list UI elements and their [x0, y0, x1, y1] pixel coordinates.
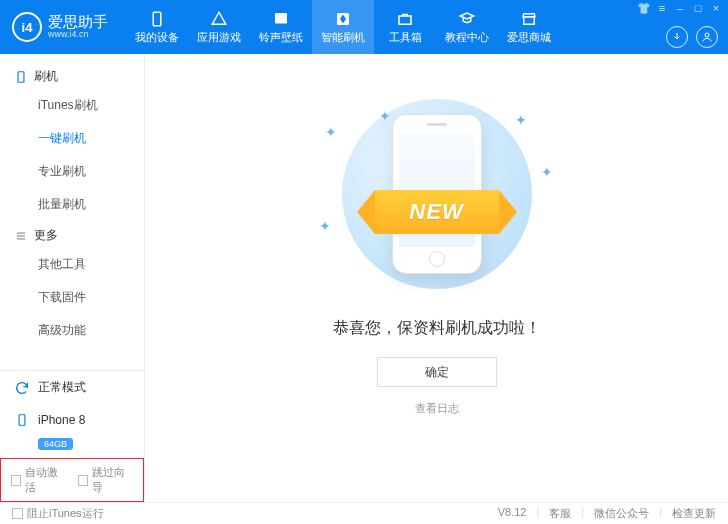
app-name: 爱思助手 — [48, 14, 108, 29]
nav-apps[interactable]: 应用游戏 — [188, 0, 250, 54]
sidebar-item-itunes-flash[interactable]: iTunes刷机 — [0, 89, 144, 122]
device-icon — [148, 10, 166, 28]
sidebar-section-flash: 刷机 — [0, 62, 144, 89]
user-icon — [701, 31, 713, 43]
checkbox-icon — [78, 475, 88, 486]
flash-icon — [334, 10, 352, 28]
download-button[interactable] — [666, 26, 688, 48]
auto-activate-checkbox[interactable]: 自动激活 — [11, 465, 66, 495]
refresh-icon — [14, 380, 30, 396]
toolbox-icon — [396, 10, 414, 28]
nav-tutorial[interactable]: 教程中心 — [436, 0, 498, 54]
sidebar-item-download-firmware[interactable]: 下载固件 — [0, 281, 144, 314]
svg-rect-0 — [153, 12, 161, 26]
checkbox-icon — [12, 508, 23, 519]
download-icon — [671, 31, 683, 43]
nav-ringtone[interactable]: 铃声壁纸 — [250, 0, 312, 54]
menu-icon[interactable]: ≡ — [656, 2, 668, 14]
sidebar-item-pro-flash[interactable]: 专业刷机 — [0, 155, 144, 188]
nav-store[interactable]: 爱思商城 — [498, 0, 560, 54]
version-label: V8.12 — [498, 506, 527, 521]
close-icon[interactable]: × — [710, 2, 722, 14]
sparkle-icon: ✦ — [325, 124, 337, 140]
sidebar-item-other-tools[interactable]: 其他工具 — [0, 248, 144, 281]
skin-icon[interactable]: 👕 — [638, 2, 650, 14]
app-header: i4 爱思助手 www.i4.cn 我的设备 应用游戏 铃声壁纸 智能刷机 工具… — [0, 0, 728, 54]
svg-rect-1 — [275, 13, 287, 24]
svg-point-5 — [705, 33, 709, 37]
sidebar-section-more: 更多 — [0, 221, 144, 248]
footer-link-wechat[interactable]: 微信公众号 — [594, 506, 649, 521]
checkbox-icon — [11, 475, 21, 486]
sparkle-icon: ✦ — [541, 164, 553, 180]
apps-icon — [210, 10, 228, 28]
success-illustration: ✦ ✦ ✦ ✦ ✦ NEW — [307, 94, 567, 294]
ok-button[interactable]: 确定 — [377, 357, 497, 387]
new-ribbon: NEW — [357, 190, 517, 234]
main-content: ✦ ✦ ✦ ✦ ✦ NEW 恭喜您，保资料刷机成功啦！ 确定 查看日志 — [145, 54, 728, 502]
svg-rect-10 — [19, 415, 25, 426]
main-nav: 我的设备 应用游戏 铃声壁纸 智能刷机 工具箱 教程中心 爱思商城 — [126, 0, 560, 54]
logo-icon: i4 — [12, 12, 42, 42]
svg-rect-4 — [524, 16, 535, 24]
maximize-icon[interactable]: □ — [692, 2, 704, 14]
sidebar-item-batch-flash[interactable]: 批量刷机 — [0, 188, 144, 221]
minimize-icon[interactable]: – — [674, 2, 686, 14]
sidebar-item-advanced[interactable]: 高级功能 — [0, 314, 144, 347]
sparkle-icon: ✦ — [379, 108, 391, 124]
device-mode[interactable]: 正常模式 — [0, 371, 144, 404]
sidebar-item-oneclick-flash[interactable]: 一键刷机 — [0, 122, 144, 155]
nav-my-device[interactable]: 我的设备 — [126, 0, 188, 54]
status-bar: 阻止iTunes运行 V8.12 | 客服 | 微信公众号 | 检查更新 — [0, 502, 728, 524]
block-itunes-checkbox[interactable]: 阻止iTunes运行 — [12, 506, 104, 521]
nav-toolbox[interactable]: 工具箱 — [374, 0, 436, 54]
phone-small-icon — [14, 412, 30, 428]
footer-link-support[interactable]: 客服 — [549, 506, 571, 521]
sparkle-icon: ✦ — [515, 112, 527, 128]
flash-options: 自动激活 跳过向导 — [0, 458, 144, 502]
nav-flash[interactable]: 智能刷机 — [312, 0, 374, 54]
device-name: iPhone 8 — [38, 413, 85, 427]
sparkle-icon: ✦ — [319, 218, 331, 234]
app-url: www.i4.cn — [48, 29, 108, 40]
view-log-link[interactable]: 查看日志 — [415, 401, 459, 416]
skip-guide-checkbox[interactable]: 跳过向导 — [78, 465, 133, 495]
tutorial-icon — [458, 10, 476, 28]
sidebar: 刷机 iTunes刷机 一键刷机 专业刷机 批量刷机 更多 其他工具 下载固件 … — [0, 54, 145, 502]
phone-icon — [14, 70, 28, 84]
svg-rect-3 — [399, 16, 411, 24]
window-controls: 👕 ≡ – □ × — [638, 2, 722, 14]
user-button[interactable] — [696, 26, 718, 48]
list-icon — [14, 229, 28, 243]
app-logo: i4 爱思助手 www.i4.cn — [12, 12, 108, 42]
store-icon — [520, 10, 538, 28]
ringtone-icon — [272, 10, 290, 28]
svg-rect-6 — [18, 71, 24, 82]
connected-device[interactable]: iPhone 8 — [0, 404, 144, 436]
footer-link-update[interactable]: 检查更新 — [672, 506, 716, 521]
success-message: 恭喜您，保资料刷机成功啦！ — [333, 318, 541, 339]
header-actions — [666, 26, 718, 48]
device-capacity-badge: 64GB — [38, 438, 73, 450]
